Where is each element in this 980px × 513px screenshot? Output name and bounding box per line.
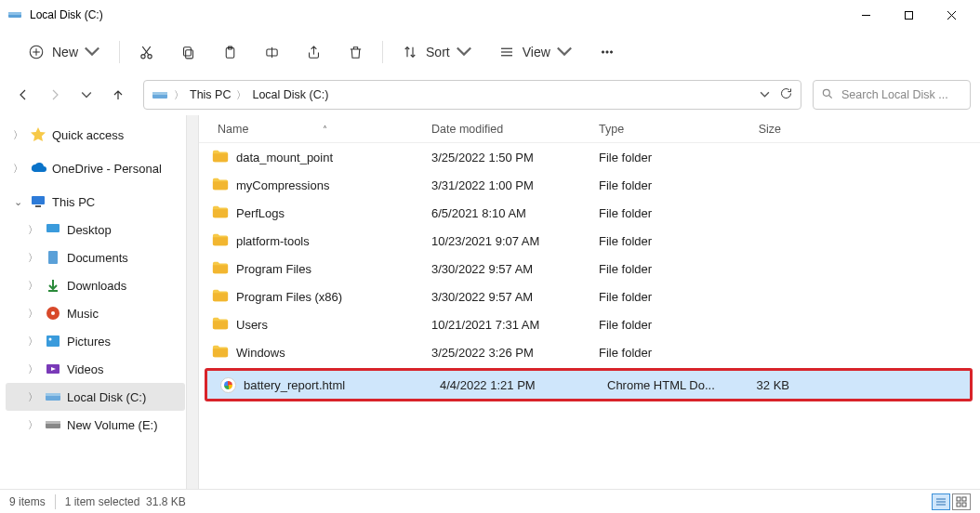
file-row[interactable]: PerfLogs6/5/2021 8:10 AMFile folder	[199, 199, 980, 227]
svg-rect-32	[48, 251, 58, 264]
file-row[interactable]: Windows3/25/2022 3:26 PMFile folder	[199, 338, 980, 366]
file-row[interactable]: platform-tools10/23/2021 9:07 AMFile fol…	[199, 227, 980, 255]
music-icon	[45, 305, 61, 322]
new-button[interactable]: New	[15, 35, 113, 69]
file-type: File folder	[599, 346, 720, 360]
drive-icon	[152, 88, 168, 101]
drive-icon	[45, 416, 61, 433]
details-view-button[interactable]	[932, 493, 950, 510]
sidebar-item-desktop[interactable]: 〉Desktop	[6, 216, 185, 243]
image-icon	[45, 333, 61, 349]
column-headers: Name˄ Date modified Type Size	[199, 115, 980, 143]
folder-icon	[212, 177, 229, 194]
file-date-modified: 3/30/2022 9:57 AM	[431, 262, 599, 276]
more-button[interactable]	[586, 35, 629, 69]
share-button[interactable]	[293, 35, 335, 69]
forward-button[interactable]	[41, 81, 69, 109]
file-row[interactable]: Users10/21/2021 7:31 AMFile folder	[199, 310, 980, 338]
sidebar-item-new-volume[interactable]: 〉New Volume (E:)	[6, 411, 185, 439]
sidebar-item-this-pc[interactable]: ⌄ This PC	[6, 188, 185, 216]
chevron-down-icon[interactable]	[760, 88, 770, 102]
chevron-right-icon: 〉	[174, 88, 184, 102]
svg-rect-14	[184, 46, 192, 55]
search-input[interactable]: Search Local Disk ...	[813, 80, 971, 110]
file-type: File folder	[599, 318, 720, 332]
file-row[interactable]: battery_report.html4/4/2022 1:21 PMChrom…	[207, 371, 970, 399]
file-name: myCompressions	[236, 178, 329, 192]
sidebar-item-videos[interactable]: 〉Videos	[6, 355, 185, 383]
svg-rect-26	[152, 92, 167, 95]
svg-rect-1	[8, 12, 21, 15]
folder-icon	[212, 260, 229, 278]
sort-label: Sort	[426, 45, 450, 59]
recent-locations-button[interactable]	[73, 81, 100, 109]
file-date-modified: 4/4/2022 1:21 PM	[440, 378, 607, 392]
sidebar-item-quick-access[interactable]: 〉 Quick access	[6, 121, 185, 149]
file-size: 32 KB	[728, 378, 802, 392]
file-row[interactable]: Program Files3/30/2022 9:57 AMFile folde…	[199, 255, 980, 283]
cut-button[interactable]	[126, 35, 167, 69]
navigation-row: 〉 This PC〉 Local Disk (C:) Search Local …	[0, 74, 980, 115]
paste-button[interactable]	[209, 35, 251, 69]
maximize-button[interactable]	[887, 0, 930, 30]
file-row[interactable]: data_mount_point3/25/2022 1:50 PMFile fo…	[199, 143, 980, 171]
chevron-right-icon[interactable]: 〉	[11, 162, 24, 176]
sidebar-item-local-disk-c[interactable]: 〉Local Disk (C:)	[6, 383, 185, 411]
file-date-modified: 3/31/2022 1:00 PM	[431, 178, 599, 192]
chevron-down-icon[interactable]: ⌄	[11, 196, 24, 208]
file-type: File folder	[599, 151, 720, 164]
status-selection-size: 31.8 KB	[146, 495, 186, 508]
copy-button[interactable]	[167, 35, 209, 69]
sidebar-item-pictures[interactable]: 〉Pictures	[6, 327, 185, 355]
file-list: Name˄ Date modified Type Size data_mount…	[199, 115, 980, 489]
sort-asc-icon: ˄	[323, 125, 327, 135]
cloud-icon	[30, 160, 46, 177]
chevron-down-icon	[556, 43, 573, 62]
chrome-icon	[220, 377, 236, 393]
refresh-button[interactable]	[779, 86, 793, 103]
sidebar-item-music[interactable]: 〉Music	[6, 299, 185, 327]
view-button[interactable]: View	[485, 35, 586, 69]
chevron-right-icon[interactable]: 〉	[11, 128, 24, 142]
svg-rect-31	[46, 224, 60, 232]
file-date-modified: 3/25/2022 1:50 PM	[431, 151, 599, 164]
chevron-down-icon	[456, 43, 472, 62]
download-icon	[45, 277, 61, 294]
command-bar: New Sort View	[0, 30, 980, 74]
file-row[interactable]: myCompressions3/31/2022 1:00 PMFile fold…	[199, 171, 980, 199]
svg-rect-30	[35, 205, 41, 207]
close-button[interactable]	[930, 0, 973, 30]
column-type[interactable]: Type	[599, 123, 720, 136]
svg-rect-49	[962, 503, 966, 506]
up-button[interactable]	[104, 81, 132, 109]
sidebar-item-downloads[interactable]: 〉Downloads	[6, 271, 185, 299]
column-date-modified[interactable]: Date modified	[431, 123, 599, 136]
rename-button[interactable]	[251, 35, 293, 69]
sort-button[interactable]: Sort	[389, 35, 485, 69]
svg-line-28	[829, 95, 832, 98]
file-name: data_mount_point	[236, 151, 333, 164]
breadcrumb-this-pc[interactable]: This PC〉	[190, 88, 246, 102]
sidebar-scrollbar[interactable]	[186, 115, 199, 489]
minimize-button[interactable]	[844, 0, 887, 30]
new-label: New	[52, 45, 78, 59]
document-icon	[45, 249, 61, 266]
file-row[interactable]: Program Files (x86)3/30/2022 9:57 AMFile…	[199, 283, 980, 310]
desktop-icon	[45, 221, 61, 238]
file-type: File folder	[599, 290, 720, 304]
svg-rect-47	[962, 497, 966, 501]
sidebar-item-onedrive[interactable]: 〉 OneDrive - Personal	[6, 154, 185, 182]
sidebar-item-documents[interactable]: 〉Documents	[6, 243, 185, 271]
back-button[interactable]	[9, 81, 37, 109]
column-name[interactable]: Name˄	[199, 123, 431, 136]
svg-point-35	[51, 311, 55, 315]
address-bar[interactable]: 〉 This PC〉 Local Disk (C:)	[143, 80, 801, 110]
thumbnails-view-button[interactable]	[952, 493, 971, 510]
column-size[interactable]: Size	[720, 123, 794, 136]
breadcrumb-local-disk[interactable]: Local Disk (C:)	[252, 88, 328, 101]
monitor-icon	[30, 193, 46, 210]
separator	[382, 41, 383, 63]
file-date-modified: 10/23/2021 9:07 AM	[431, 234, 599, 248]
file-date-modified: 3/30/2022 9:57 AM	[431, 290, 599, 304]
delete-button[interactable]	[335, 35, 377, 69]
